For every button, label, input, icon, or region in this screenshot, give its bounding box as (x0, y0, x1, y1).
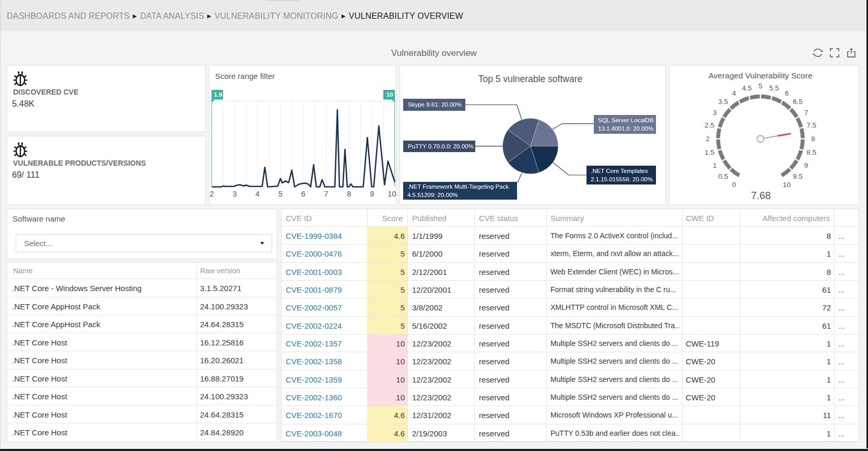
svg-text:4.5: 4.5 (742, 84, 752, 92)
svg-text:1.9: 1.9 (214, 91, 222, 98)
svg-text:7.5: 7.5 (806, 121, 816, 129)
svg-text:1.5: 1.5 (705, 148, 714, 156)
svg-text:5: 5 (278, 190, 283, 198)
svg-text:0.5: 0.5 (718, 172, 728, 180)
svg-text:9: 9 (804, 161, 808, 169)
svg-text:9: 9 (370, 190, 374, 198)
svg-text:7: 7 (324, 190, 329, 198)
svg-text:2.5: 2.5 (705, 121, 714, 129)
svg-text:6.5: 6.5 (793, 98, 803, 106)
svg-text:5: 5 (758, 82, 763, 90)
svg-text:8: 8 (347, 190, 351, 198)
svg-text:0: 0 (732, 181, 736, 189)
svg-text:6: 6 (301, 190, 306, 198)
svg-text:10: 10 (783, 181, 791, 189)
svg-text:3: 3 (232, 190, 237, 198)
svg-text:2: 2 (209, 190, 214, 198)
svg-text:10: 10 (388, 190, 396, 198)
svg-text:2: 2 (706, 135, 710, 143)
svg-text:8.5: 8.5 (806, 148, 816, 156)
svg-text:4: 4 (732, 89, 736, 97)
svg-text:9.5: 9.5 (793, 172, 803, 180)
svg-text:3.5: 3.5 (718, 98, 728, 106)
svg-text:7: 7 (804, 109, 808, 117)
svg-text:5.5: 5.5 (769, 84, 779, 92)
svg-text:7.68: 7.68 (751, 190, 771, 201)
svg-text:8: 8 (811, 135, 815, 143)
svg-text:6: 6 (785, 89, 789, 97)
svg-text:1: 1 (713, 161, 717, 169)
svg-text:4: 4 (255, 190, 260, 198)
svg-text:3: 3 (713, 109, 717, 117)
svg-text:10: 10 (386, 91, 393, 98)
